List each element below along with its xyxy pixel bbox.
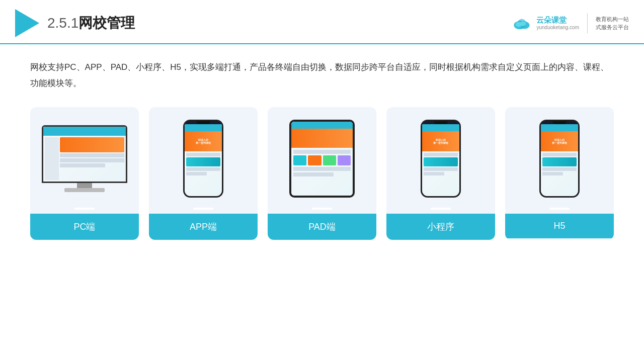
brand-slogan: 教育机构一站 式服务云平台: [596, 15, 629, 32]
phone-body-h5: 职适人的第一堂判课程: [539, 120, 580, 198]
cloud-logo-icon: [511, 16, 532, 30]
card-pad-label: PAD端: [268, 214, 376, 240]
logo-triangle-icon: [15, 9, 39, 37]
card-h5-image: 职适人的第一堂判课程: [505, 107, 614, 208]
card-pc: PC端: [30, 107, 139, 240]
tablet-body: [289, 120, 355, 198]
card-divider-h5: [549, 208, 570, 210]
pc-screen: [42, 125, 127, 183]
svg-rect-5: [518, 20, 526, 21]
card-h5: 职适人的第一堂判课程 H5: [505, 107, 614, 240]
header-right: 云朵课堂 yunduoketang.com 教育机构一站 式服务云平台: [511, 13, 629, 33]
description-paragraph: 网校支持PC、APP、PAD、小程序、H5，实现多端打通，产品各终端自由切换，数…: [30, 62, 609, 88]
section-number: 2.5.1: [47, 15, 78, 31]
card-miniprogram-image: 职适人的第一堂判课程: [386, 107, 495, 208]
card-pc-image: [30, 107, 139, 208]
tablet-device: [289, 120, 355, 198]
card-h5-label: H5: [505, 214, 614, 238]
brand-logo: [511, 16, 532, 30]
phone-device-app: 职适人的第一堂判课程: [183, 120, 223, 198]
phone-device-h5: 职适人的第一堂判课程: [539, 120, 580, 198]
phone-body-mini: 职适人的第一堂判课程: [421, 120, 461, 198]
card-pad: PAD端: [268, 107, 376, 240]
card-divider-mini: [431, 208, 451, 210]
card-miniprogram-label: 小程序: [386, 214, 495, 240]
card-divider-app: [193, 208, 213, 210]
phone-body-app: 职适人的第一堂判课程: [183, 120, 223, 198]
header-divider: [587, 13, 588, 33]
page-header: 2.5.1网校管理 云朵课堂 yunduoketang.com 教育机构一站 式…: [0, 0, 644, 44]
card-app: 职适人的第一堂判课程 APP端: [149, 107, 258, 240]
brand-name: 云朵课堂: [536, 16, 567, 25]
mini-banner-text: 职适人的第一堂判课程: [433, 138, 448, 144]
brand-text: 云朵课堂 yunduoketang.com: [536, 16, 579, 31]
card-divider-pad: [312, 208, 332, 210]
title-text: 网校管理: [78, 15, 135, 31]
description-text: 网校支持PC、APP、PAD、小程序、H5，实现多端打通，产品各终端自由切换，数…: [30, 59, 614, 92]
cards-container: PC端 职适人的第一堂判课程: [30, 107, 614, 240]
card-pc-label: PC端: [30, 214, 139, 240]
card-pad-image: [268, 107, 376, 208]
card-app-label: APP端: [149, 214, 258, 240]
phone-device-mini: 职适人的第一堂判课程: [421, 120, 461, 198]
pc-device: [42, 125, 127, 192]
header-left: 2.5.1网校管理: [15, 9, 135, 37]
h5-banner-text: 职适人的第一堂判课程: [552, 138, 567, 144]
card-divider: [74, 208, 95, 210]
main-content: 网校支持PC、APP、PAD、小程序、H5，实现多端打通，产品各终端自由切换，数…: [0, 44, 644, 250]
page-title: 2.5.1网校管理: [47, 14, 135, 33]
svg-point-4: [520, 21, 526, 26]
app-banner-text: 职适人的第一堂判课程: [196, 138, 211, 144]
card-app-image: 职适人的第一堂判课程: [149, 107, 258, 208]
brand-url: yunduoketang.com: [536, 25, 579, 31]
card-miniprogram: 职适人的第一堂判课程 小程序: [386, 107, 495, 240]
